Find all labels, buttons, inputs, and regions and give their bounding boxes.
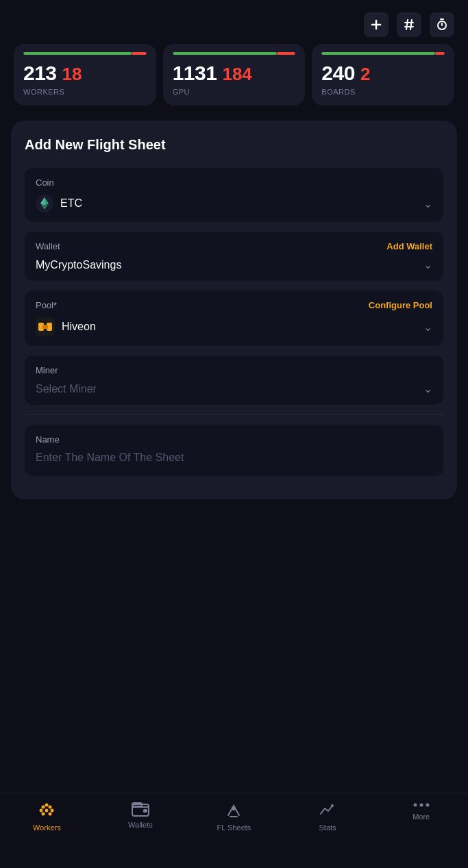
hash-icon[interactable] [397,12,421,37]
gpu-label: GPU [173,88,296,96]
gpu-alert: 184 [222,64,251,85]
boards-label: BOARDS [321,88,445,96]
workers-nav-icon [38,802,56,819]
pool-chevron-icon: ⌄ [423,321,432,334]
flsheets-nav-icon [225,802,243,819]
svg-point-13 [45,809,49,813]
wallets-nav-icon [132,802,149,817]
boards-alert: 2 [360,64,370,85]
svg-point-21 [331,804,334,807]
miner-label: Miner [36,365,58,375]
add-flight-sheet-panel: Add New Flight Sheet Coin ETC ⌄ Wallet A… [11,121,457,499]
coin-label: Coin [36,177,54,188]
coin-chevron-icon: ⌄ [423,197,432,210]
stats-nav-icon [319,802,336,819]
add-wallet-button[interactable]: Add Wallet [386,241,432,251]
svg-rect-8 [42,325,48,329]
boards-stat-card: 240 2 BOARDS [312,44,454,106]
name-placeholder: Enter The Name Of The Sheet [36,451,184,463]
workers-alert: 18 [62,64,82,85]
svg-point-16 [49,813,52,816]
svg-point-15 [42,813,45,816]
miner-placeholder: Select Miner [36,383,97,395]
section-divider [25,414,443,415]
coin-value: ETC [36,195,82,212]
gpu-stat-card: 1131 184 GPU [163,44,306,106]
stats-row: 213 18 WORKERS 1131 184 GPU 240 2 BOARDS [0,44,468,106]
nav-stats[interactable]: Stats [281,802,375,832]
nav-flsheets[interactable]: FL Sheets [187,802,281,832]
plus-icon[interactable] [364,12,389,37]
workers-main: 213 [23,62,57,85]
pool-value: Hiveon [36,317,96,336]
wallet-chevron-icon: ⌄ [423,258,432,271]
wallet-field-group[interactable]: Wallet Add Wallet MyCryptoSavings ⌄ [25,232,443,281]
wallet-value: MyCryptoSavings [36,259,121,271]
svg-point-9 [42,806,45,809]
name-field-group[interactable]: Name Enter The Name Of The Sheet [25,425,443,476]
svg-point-23 [419,804,423,807]
pool-label: Pool* [36,300,57,310]
workers-nav-label: Workers [33,823,61,832]
hiveon-icon [36,317,55,336]
nav-more[interactable]: More [374,802,468,821]
nav-workers[interactable]: Workers [0,802,94,832]
svg-point-22 [413,804,417,807]
timer-icon[interactable] [430,12,454,37]
flsheets-nav-label: FL Sheets [217,823,251,832]
nav-wallets[interactable]: Wallets [94,802,188,829]
configure-pool-button[interactable]: Configure Pool [369,300,432,310]
stats-nav-label: Stats [319,823,336,832]
svg-rect-18 [143,809,147,813]
panel-title: Add New Flight Sheet [25,137,443,153]
miner-field-group[interactable]: Miner Select Miner ⌄ [25,356,443,405]
svg-point-10 [45,804,49,807]
ethereum-icon [36,195,53,212]
svg-point-11 [49,806,52,809]
pool-field-group[interactable]: Pool* Configure Pool Hiveon ⌄ [25,290,443,346]
workers-label: WORKERS [23,88,147,96]
gpu-main: 1131 [173,62,217,85]
wallet-label: Wallet [36,241,60,251]
svg-point-24 [426,804,429,807]
miner-chevron-icon: ⌄ [423,382,432,395]
svg-point-20 [232,806,236,810]
more-nav-icon [412,802,430,808]
bottom-nav: Workers Wallets FL Sheets [0,793,468,868]
top-bar [0,0,468,44]
boards-main: 240 [321,62,355,85]
more-nav-label: More [412,813,430,821]
workers-stat-card: 213 18 WORKERS [14,44,156,106]
coin-field-group[interactable]: Coin ETC ⌄ [25,168,443,222]
svg-point-14 [51,809,54,813]
svg-point-12 [40,809,43,813]
name-label: Name [36,434,60,445]
wallets-nav-label: Wallets [128,821,153,829]
